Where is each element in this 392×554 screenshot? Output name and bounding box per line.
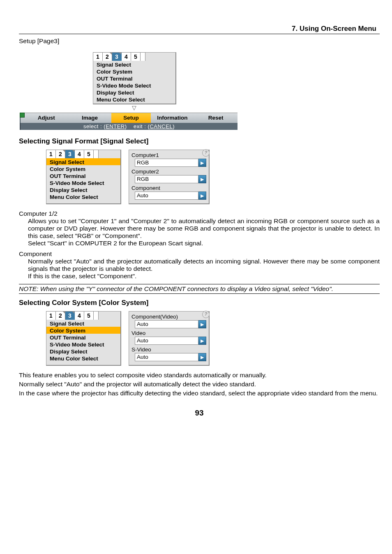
source-icon xyxy=(20,113,25,118)
osd-item[interactable]: Signal Select xyxy=(93,61,175,68)
osd-color-system-figure: 1 2 3 4 5 Signal Select Color System OUT… xyxy=(46,311,380,366)
hint-exit-key: CANCEL xyxy=(150,123,173,129)
osd-page-tab[interactable]: 5 xyxy=(84,150,94,158)
paragraph-head: Component xyxy=(19,250,380,258)
osd-item[interactable]: Display Select xyxy=(46,348,120,355)
osd-item[interactable]: Color System xyxy=(93,68,175,75)
osd-bottom-tab-active[interactable]: Setup xyxy=(111,113,150,123)
combo-value: Auto xyxy=(135,320,198,328)
osd-bottom-tab[interactable]: Information xyxy=(151,113,194,123)
help-icon[interactable]: ? xyxy=(202,149,210,157)
combo-value: Auto xyxy=(135,353,198,361)
osd-item[interactable]: OUT Terminal xyxy=(46,334,120,341)
combo-s-video[interactable]: Auto ▶ xyxy=(135,353,206,361)
combo-computer2[interactable]: RGB ▶ xyxy=(135,175,206,183)
osd-item[interactable]: S-Video Mode Select xyxy=(46,341,120,348)
combo-value: Auto xyxy=(135,192,198,200)
combo-video[interactable]: Auto ▶ xyxy=(135,337,206,345)
chevron-right-icon[interactable]: ▶ xyxy=(198,159,206,167)
osd-item[interactable]: S-Video Mode Select xyxy=(93,82,175,89)
combo-component[interactable]: Auto ▶ xyxy=(135,192,206,200)
option-label: Computer2 xyxy=(131,168,207,175)
paragraph: Normally select "Auto" and the projector… xyxy=(19,381,380,388)
paragraph: Allows you to set "Computer 1" and "Comp… xyxy=(19,217,380,240)
osd-item-selected[interactable]: Signal Select xyxy=(46,158,120,165)
option-label: Component xyxy=(131,185,207,192)
page-label: Setup [Page3] xyxy=(19,37,380,45)
osd-item[interactable]: Menu Color Select xyxy=(46,355,120,362)
osd-page-tab[interactable]: 5 xyxy=(131,53,141,61)
osd-page-tab-active[interactable]: 3 xyxy=(65,312,75,320)
osd-page-tab[interactable]: 1 xyxy=(46,312,56,320)
osd-page-tab[interactable]: 5 xyxy=(84,312,94,320)
combo-value: RGB xyxy=(135,175,198,183)
chevron-down-icon: ▽ xyxy=(93,104,175,111)
osd-bottom-tab[interactable]: Image xyxy=(68,113,112,123)
osd-bottom-tabs: Adjust Image Setup Information Reset xyxy=(20,113,238,123)
note-text: NOTE: When using the "Y" connector of th… xyxy=(19,284,380,294)
osd-page-tab-active[interactable]: 3 xyxy=(65,150,75,158)
chevron-right-icon[interactable]: ▶ xyxy=(198,337,206,345)
osd-item[interactable]: Display Select xyxy=(93,89,175,96)
paragraph-head: Computer 1/2 xyxy=(19,210,380,217)
osd-dropdown: 1 2 3 4 5 Signal Select Color System OUT… xyxy=(93,52,176,104)
osd-item[interactable]: Menu Color Select xyxy=(46,193,120,200)
option-label: Computer1 xyxy=(131,152,207,159)
section-heading-signal-select: Selecting Signal Format [Signal Select] xyxy=(19,137,380,145)
section-heading-color-system: Selecting Color System [Color System] xyxy=(19,299,380,307)
osd-dropdown: 1 2 3 4 5 Signal Select Color System OUT… xyxy=(46,311,121,366)
osd-option-panel: ? Computer1 RGB ▶ Computer2 RGB ▶ Compon… xyxy=(129,150,210,204)
osd-page-tabs: 1 2 3 4 5 xyxy=(93,52,145,61)
option-label: Component(Video) xyxy=(131,313,207,320)
osd-item[interactable]: Menu Color Select xyxy=(93,96,175,103)
osd-page-tab[interactable]: 4 xyxy=(75,312,84,320)
osd-item[interactable]: OUT Terminal xyxy=(46,172,120,179)
osd-page-tab[interactable]: 1 xyxy=(93,53,103,61)
chevron-right-icon[interactable]: ▶ xyxy=(198,192,206,200)
osd-item-selected[interactable]: Color System xyxy=(46,327,120,334)
osd-item[interactable]: Color System xyxy=(46,165,120,172)
osd-page-tab[interactable]: 2 xyxy=(56,150,65,158)
combo-value: RGB xyxy=(135,159,198,167)
option-label: S-Video xyxy=(131,346,207,353)
hint-select-key: ENTER xyxy=(106,123,125,129)
hint-select-label: select : xyxy=(83,123,102,129)
osd-item[interactable]: OUT Terminal xyxy=(93,75,175,82)
rule xyxy=(19,34,380,34)
osd-page-tab[interactable]: 1 xyxy=(46,150,56,158)
osd-page-tab[interactable]: 2 xyxy=(56,312,65,320)
chevron-right-icon[interactable]: ▶ xyxy=(198,353,206,361)
osd-bottom-tab[interactable]: Adjust xyxy=(25,113,68,123)
osd-page-tab[interactable]: 4 xyxy=(122,53,131,61)
page-number: 93 xyxy=(19,409,380,418)
hint-exit-label: exit : xyxy=(134,123,146,129)
paragraph: If this is the case, select "Component". xyxy=(19,272,380,280)
osd-page-tabs: 1 2 3 4 5 xyxy=(46,311,99,320)
osd-setup-menu: 1 2 3 4 5 Signal Select Color System OUT… xyxy=(20,52,238,130)
combo-computer1[interactable]: RGB ▶ xyxy=(135,159,206,167)
paragraph: Normally select "Auto" and the projector… xyxy=(19,258,380,272)
osd-page-tab-active[interactable]: 3 xyxy=(112,53,122,61)
combo-component-video[interactable]: Auto ▶ xyxy=(135,320,206,328)
combo-value: Auto xyxy=(135,337,198,345)
paragraph: This feature enables you to select compo… xyxy=(19,372,380,379)
chapter-title: 7. Using On-Screen Menu xyxy=(19,25,380,33)
osd-item[interactable]: Display Select xyxy=(46,186,120,193)
osd-page-tab[interactable]: 4 xyxy=(75,150,84,158)
chevron-right-icon[interactable]: ▶ xyxy=(198,320,206,328)
osd-page-tab[interactable]: 2 xyxy=(103,53,112,61)
option-label: Video xyxy=(131,330,207,337)
osd-item[interactable]: S-Video Mode Select xyxy=(46,179,120,186)
chevron-right-icon[interactable]: ▶ xyxy=(198,175,206,183)
osd-dropdown: 1 2 3 4 5 Signal Select Color System OUT… xyxy=(46,150,121,204)
osd-bottom-tab[interactable]: Reset xyxy=(194,113,238,123)
osd-signal-select-figure: 1 2 3 4 5 Signal Select Color System OUT… xyxy=(46,150,380,204)
osd-option-panel: ? Component(Video) Auto ▶ Video Auto ▶ S… xyxy=(129,311,210,366)
paragraph: In the case where the projector has diff… xyxy=(19,390,380,397)
paragraph: Select "Scart" in COMPUTER 2 for the Eur… xyxy=(19,240,380,247)
osd-page-tabs: 1 2 3 4 5 xyxy=(46,150,99,158)
help-icon[interactable]: ? xyxy=(202,311,210,318)
osd-hint-bar: select : (ENTER) exit : (CANCEL) xyxy=(20,123,238,130)
osd-item[interactable]: Signal Select xyxy=(46,320,120,327)
